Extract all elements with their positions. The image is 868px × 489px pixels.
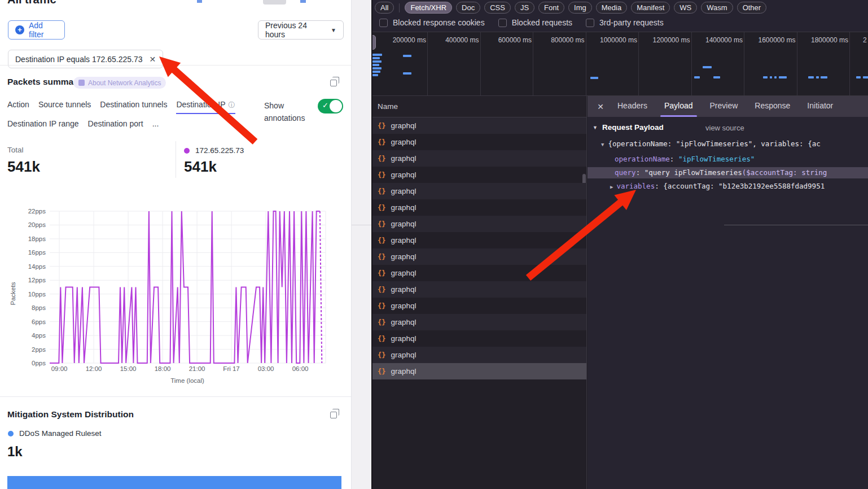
- request-row[interactable]: {}graphql: [372, 134, 586, 150]
- request-list: {}graphql{}graphql{}graphql{}graphql{}gr…: [372, 117, 587, 489]
- tab-label: Destination port: [88, 119, 143, 128]
- annotations-toggle[interactable]: ✓: [318, 99, 343, 113]
- expand-panel-icon[interactable]: [330, 80, 337, 86]
- request-payload-section[interactable]: ▼ Request Payload: [593, 123, 664, 132]
- svg-text:2pps: 2pps: [32, 346, 46, 353]
- tab-source-tunnels[interactable]: Source tunnels: [38, 100, 91, 114]
- detail-tab-payload[interactable]: Payload: [657, 96, 700, 117]
- waterfall-request-bar: [713, 76, 720, 78]
- request-row[interactable]: {}graphql: [372, 248, 586, 265]
- tab-label: Source tunnels: [38, 100, 91, 109]
- json-braces-icon: {}: [378, 204, 385, 212]
- filter-pill-img[interactable]: Img: [568, 2, 592, 14]
- stat-total-value: 541k: [7, 158, 40, 176]
- about-network-analytics-badge[interactable]: About Network Analytics: [73, 77, 166, 89]
- waterfall-request-bar: [372, 71, 380, 73]
- svg-text:09:00: 09:00: [51, 365, 68, 372]
- expand-panel-icon[interactable]: [330, 412, 337, 418]
- payload-row-variables[interactable]: ▶variables: {accountTag: "b12e3b2192ee55…: [588, 181, 868, 192]
- payload-row-text: operationName: "ipFlowTimeseries": [615, 155, 755, 163]
- checkbox-icon[interactable]: [379, 19, 388, 27]
- ruler-divider: [586, 32, 586, 96]
- detail-tab-initiator[interactable]: Initiator: [800, 96, 840, 117]
- cropped-toolbar-fragment: [197, 0, 202, 3]
- payload-key: operationName: [615, 155, 670, 163]
- detail-tab-headers[interactable]: Headers: [610, 96, 655, 117]
- ruler-divider: [797, 32, 797, 96]
- analytics-panel: All traffic + Add filter Previous 24 hou…: [0, 0, 352, 489]
- waterfall-request-bar: [770, 76, 772, 78]
- tab-destination-tunnels[interactable]: Destination tunnels: [100, 100, 167, 114]
- detail-tab-preview[interactable]: Preview: [703, 96, 746, 117]
- waterfall-request-bar: [372, 54, 382, 56]
- svg-text:14pps: 14pps: [28, 263, 46, 270]
- waterfall-request-bar: [403, 55, 411, 57]
- checkbox-icon[interactable]: [586, 19, 594, 27]
- add-filter-button[interactable]: + Add filter: [8, 20, 65, 40]
- tab-label: ...: [152, 119, 159, 128]
- time-range-value: Previous 24 hours: [265, 21, 326, 39]
- request-row[interactable]: {}graphql: [372, 314, 586, 330]
- payload-preview-line[interactable]: ▼{operationName: "ipFlowTimeseries", var…: [601, 139, 821, 148]
- request-row[interactable]: {}graphql: [372, 216, 586, 232]
- request-name: graphql: [391, 334, 416, 343]
- divider: [176, 141, 176, 178]
- filter-pill-wasm[interactable]: Wasm: [701, 2, 733, 14]
- payload-row-text: ▶variables: {accountTag: "b12e3b2192ee55…: [610, 182, 825, 190]
- request-row[interactable]: {}graphql: [372, 232, 586, 248]
- json-braces-icon: {}: [378, 220, 385, 228]
- request-row[interactable]: {}graphql: [372, 183, 586, 199]
- payload-row-operationName[interactable]: operationName: "ipFlowTimeseries": [588, 154, 868, 165]
- filter-pill-other[interactable]: Other: [737, 2, 767, 14]
- filter-pill-css[interactable]: CSS: [484, 2, 511, 14]
- waterfall-request-bar: [763, 76, 768, 78]
- tab--[interactable]: ...: [152, 119, 159, 132]
- payload-colon: :: [636, 168, 645, 177]
- request-name: graphql: [391, 269, 416, 277]
- tab-label: Destination IP range: [7, 119, 79, 128]
- detail-tab-response[interactable]: Response: [747, 96, 797, 117]
- payload-row-query[interactable]: query: "query ipFlowTimeseries($accountT…: [588, 167, 868, 178]
- request-row[interactable]: {}graphql: [372, 281, 586, 298]
- request-row[interactable]: {}graphql: [372, 117, 586, 134]
- request-row[interactable]: {}graphql: [372, 347, 586, 363]
- view-source-link[interactable]: view source: [705, 124, 744, 132]
- name-column-header[interactable]: Name: [372, 96, 587, 117]
- plus-icon: +: [15, 25, 24, 34]
- timeline-drag-handle[interactable]: [372, 35, 376, 50]
- request-row[interactable]: {}graphql: [372, 167, 586, 183]
- request-row[interactable]: {}graphql: [372, 363, 586, 379]
- tab-destination-ip-range[interactable]: Destination IP range: [7, 119, 79, 132]
- request-name: graphql: [391, 252, 416, 261]
- request-row[interactable]: {}graphql: [372, 199, 586, 216]
- cropped-toolbar-fragment: [300, 0, 306, 3]
- expand-triangle-icon[interactable]: ▶: [610, 184, 613, 190]
- checkbox-label: Blocked response cookies: [393, 18, 485, 27]
- filter-pill-js[interactable]: JS: [515, 2, 534, 14]
- filter-pill-doc[interactable]: Doc: [456, 2, 480, 14]
- waterfall-request-bar: [856, 76, 861, 78]
- close-icon[interactable]: ✕: [593, 102, 608, 111]
- remove-filter-icon[interactable]: ✕: [149, 55, 156, 64]
- filter-chip[interactable]: Destination IP equals 172.65.225.73 ✕: [8, 50, 163, 68]
- filter-pill-manifest[interactable]: Manifest: [631, 2, 670, 14]
- request-name: graphql: [391, 302, 416, 310]
- ruler-tick-label: 200000 ms: [393, 36, 426, 44]
- request-row[interactable]: {}graphql: [372, 150, 586, 167]
- tab-destination-ip[interactable]: Destination IPⓘ: [176, 100, 235, 114]
- legend-color-dot: [8, 431, 14, 436]
- tab-action[interactable]: Action: [7, 100, 29, 114]
- checkbox-icon[interactable]: [498, 19, 507, 27]
- filter-pill-all[interactable]: All: [375, 2, 394, 14]
- filter-pill-fetch-xhr[interactable]: Fetch/XHR: [405, 2, 452, 14]
- filter-pill-font[interactable]: Font: [538, 2, 564, 14]
- request-row[interactable]: {}graphql: [372, 330, 586, 347]
- request-row[interactable]: {}graphql: [372, 265, 586, 281]
- json-braces-icon: {}: [378, 368, 385, 376]
- window-gutter: [352, 0, 371, 489]
- time-range-dropdown[interactable]: Previous 24 hours ▼: [258, 20, 344, 40]
- filter-pill-ws[interactable]: WS: [674, 2, 697, 14]
- tab-destination-port[interactable]: Destination port: [88, 119, 143, 132]
- filter-pill-media[interactable]: Media: [596, 2, 627, 14]
- request-row[interactable]: {}graphql: [372, 298, 586, 314]
